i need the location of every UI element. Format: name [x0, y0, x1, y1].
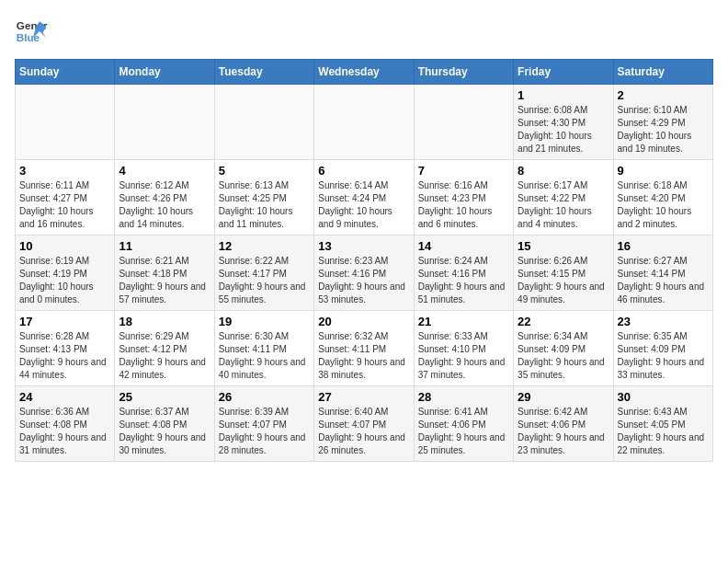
day-number: 6: [318, 164, 409, 178]
calendar-cell: 20Sunrise: 6:32 AM Sunset: 4:11 PM Dayli…: [314, 311, 414, 386]
day-number: 17: [19, 315, 110, 328]
day-number: 12: [219, 239, 310, 253]
day-number: 27: [318, 390, 409, 404]
day-number: 24: [19, 390, 110, 404]
day-number: 30: [618, 390, 709, 404]
calendar-cell: [115, 85, 214, 160]
calendar-cell: 8Sunrise: 6:17 AM Sunset: 4:22 PM Daylig…: [514, 160, 613, 236]
calendar-cell: 29Sunrise: 6:42 AM Sunset: 4:06 PM Dayli…: [514, 386, 613, 462]
day-info: Sunrise: 6:32 AM Sunset: 4:11 PM Dayligh…: [318, 330, 409, 382]
day-number: 19: [219, 315, 310, 328]
day-number: 11: [119, 239, 210, 253]
day-info: Sunrise: 6:22 AM Sunset: 4:17 PM Dayligh…: [219, 255, 310, 306]
day-header: Sunday: [16, 60, 115, 85]
calendar-cell: 9Sunrise: 6:18 AM Sunset: 4:20 PM Daylig…: [613, 160, 712, 236]
day-number: 25: [119, 390, 210, 404]
day-info: Sunrise: 6:41 AM Sunset: 4:06 PM Dayligh…: [418, 406, 509, 457]
calendar-cell: 23Sunrise: 6:35 AM Sunset: 4:09 PM Dayli…: [613, 311, 712, 386]
day-number: 3: [19, 164, 110, 178]
day-info: Sunrise: 6:23 AM Sunset: 4:16 PM Dayligh…: [318, 255, 409, 306]
calendar-cell: 14Sunrise: 6:24 AM Sunset: 4:16 PM Dayli…: [414, 236, 513, 311]
day-info: Sunrise: 6:21 AM Sunset: 4:18 PM Dayligh…: [119, 255, 210, 306]
calendar-cell: 30Sunrise: 6:43 AM Sunset: 4:05 PM Dayli…: [613, 386, 712, 462]
calendar-cell: 27Sunrise: 6:40 AM Sunset: 4:07 PM Dayli…: [314, 386, 414, 462]
day-header: Thursday: [414, 60, 513, 85]
day-info: Sunrise: 6:39 AM Sunset: 4:07 PM Dayligh…: [219, 406, 310, 457]
calendar-cell: 5Sunrise: 6:13 AM Sunset: 4:25 PM Daylig…: [214, 160, 313, 236]
calendar-cell: 1Sunrise: 6:08 AM Sunset: 4:30 PM Daylig…: [514, 85, 613, 160]
day-info: Sunrise: 6:34 AM Sunset: 4:09 PM Dayligh…: [518, 330, 609, 382]
day-info: Sunrise: 6:11 AM Sunset: 4:27 PM Dayligh…: [19, 179, 110, 231]
day-number: 28: [418, 390, 509, 404]
day-number: 2: [618, 88, 709, 102]
day-number: 8: [518, 164, 609, 178]
calendar-cell: 17Sunrise: 6:28 AM Sunset: 4:13 PM Dayli…: [16, 311, 115, 386]
day-info: Sunrise: 6:30 AM Sunset: 4:11 PM Dayligh…: [219, 330, 310, 382]
calendar-row: 10Sunrise: 6:19 AM Sunset: 4:19 PM Dayli…: [16, 236, 713, 311]
logo-icon: General Blue: [15, 15, 48, 48]
day-header: Friday: [514, 60, 613, 85]
calendar-cell: 2Sunrise: 6:10 AM Sunset: 4:29 PM Daylig…: [613, 85, 712, 160]
day-number: 9: [618, 164, 709, 178]
calendar-cell: 16Sunrise: 6:27 AM Sunset: 4:14 PM Dayli…: [613, 236, 712, 311]
day-header: Wednesday: [314, 60, 414, 85]
day-info: Sunrise: 6:10 AM Sunset: 4:29 PM Dayligh…: [618, 104, 709, 155]
calendar-cell: [414, 85, 513, 160]
day-number: 20: [318, 315, 409, 328]
calendar-cell: 21Sunrise: 6:33 AM Sunset: 4:10 PM Dayli…: [414, 311, 513, 386]
day-number: 15: [518, 239, 609, 253]
page-header: General Blue: [15, 15, 713, 48]
day-number: 16: [618, 239, 709, 253]
day-info: Sunrise: 6:26 AM Sunset: 4:15 PM Dayligh…: [518, 255, 609, 306]
day-number: 23: [618, 315, 709, 328]
day-number: 29: [518, 390, 609, 404]
calendar-cell: 26Sunrise: 6:39 AM Sunset: 4:07 PM Dayli…: [214, 386, 313, 462]
calendar-cell: 10Sunrise: 6:19 AM Sunset: 4:19 PM Dayli…: [16, 236, 115, 311]
day-info: Sunrise: 6:33 AM Sunset: 4:10 PM Dayligh…: [418, 330, 509, 382]
calendar-cell: 4Sunrise: 6:12 AM Sunset: 4:26 PM Daylig…: [115, 160, 214, 236]
day-number: 26: [219, 390, 310, 404]
day-info: Sunrise: 6:28 AM Sunset: 4:13 PM Dayligh…: [19, 330, 110, 382]
day-header: Saturday: [613, 60, 712, 85]
calendar-cell: 15Sunrise: 6:26 AM Sunset: 4:15 PM Dayli…: [514, 236, 613, 311]
calendar-cell: 6Sunrise: 6:14 AM Sunset: 4:24 PM Daylig…: [314, 160, 414, 236]
calendar-cell: 3Sunrise: 6:11 AM Sunset: 4:27 PM Daylig…: [16, 160, 115, 236]
calendar-cell: 7Sunrise: 6:16 AM Sunset: 4:23 PM Daylig…: [414, 160, 513, 236]
day-number: 7: [418, 164, 509, 178]
day-info: Sunrise: 6:42 AM Sunset: 4:06 PM Dayligh…: [518, 406, 609, 457]
day-info: Sunrise: 6:13 AM Sunset: 4:25 PM Dayligh…: [219, 179, 310, 231]
calendar-row: 17Sunrise: 6:28 AM Sunset: 4:13 PM Dayli…: [16, 311, 713, 386]
calendar-cell: 13Sunrise: 6:23 AM Sunset: 4:16 PM Dayli…: [314, 236, 414, 311]
day-info: Sunrise: 6:35 AM Sunset: 4:09 PM Dayligh…: [618, 330, 709, 382]
day-info: Sunrise: 6:19 AM Sunset: 4:19 PM Dayligh…: [19, 255, 110, 306]
calendar-cell: [16, 85, 115, 160]
day-info: Sunrise: 6:37 AM Sunset: 4:08 PM Dayligh…: [119, 406, 210, 457]
calendar-cell: 24Sunrise: 6:36 AM Sunset: 4:08 PM Dayli…: [16, 386, 115, 462]
day-header: Monday: [115, 60, 214, 85]
day-number: 5: [219, 164, 310, 178]
calendar-cell: [214, 85, 313, 160]
calendar-cell: [314, 85, 414, 160]
day-info: Sunrise: 6:36 AM Sunset: 4:08 PM Dayligh…: [19, 406, 110, 457]
calendar-cell: 19Sunrise: 6:30 AM Sunset: 4:11 PM Dayli…: [214, 311, 313, 386]
day-info: Sunrise: 6:17 AM Sunset: 4:22 PM Dayligh…: [518, 179, 609, 231]
day-info: Sunrise: 6:29 AM Sunset: 4:12 PM Dayligh…: [119, 330, 210, 382]
day-info: Sunrise: 6:43 AM Sunset: 4:05 PM Dayligh…: [618, 406, 709, 457]
day-number: 4: [119, 164, 210, 178]
day-number: 18: [119, 315, 210, 328]
day-info: Sunrise: 6:24 AM Sunset: 4:16 PM Dayligh…: [418, 255, 509, 306]
calendar-table: SundayMondayTuesdayWednesdayThursdayFrid…: [15, 59, 713, 462]
day-number: 13: [318, 239, 409, 253]
calendar-cell: 22Sunrise: 6:34 AM Sunset: 4:09 PM Dayli…: [514, 311, 613, 386]
calendar-cell: 18Sunrise: 6:29 AM Sunset: 4:12 PM Dayli…: [115, 311, 214, 386]
calendar-row: 24Sunrise: 6:36 AM Sunset: 4:08 PM Dayli…: [16, 386, 713, 462]
calendar-cell: 12Sunrise: 6:22 AM Sunset: 4:17 PM Dayli…: [214, 236, 313, 311]
day-info: Sunrise: 6:08 AM Sunset: 4:30 PM Dayligh…: [518, 104, 609, 155]
day-number: 14: [418, 239, 509, 253]
day-info: Sunrise: 6:16 AM Sunset: 4:23 PM Dayligh…: [418, 179, 509, 231]
logo: General Blue: [15, 15, 48, 48]
day-number: 21: [418, 315, 509, 328]
day-info: Sunrise: 6:40 AM Sunset: 4:07 PM Dayligh…: [318, 406, 409, 457]
day-info: Sunrise: 6:12 AM Sunset: 4:26 PM Dayligh…: [119, 179, 210, 231]
day-info: Sunrise: 6:14 AM Sunset: 4:24 PM Dayligh…: [318, 179, 409, 231]
